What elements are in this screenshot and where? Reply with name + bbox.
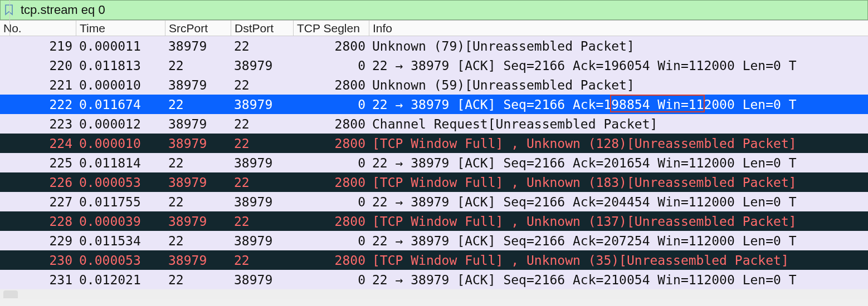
cell-time: 0.011674 [76, 97, 165, 112]
table-row[interactable]: 2220.0116742238979022 → 38979 [ACK] Seq=… [0, 95, 868, 114]
packet-list[interactable]: 2190.00001138979222800Unknown (79)[Unrea… [0, 36, 868, 289]
cell-no: 220 [0, 58, 76, 73]
cell-info: [TCP Window Full] , Unknown (183)[Unreas… [369, 175, 868, 190]
cell-dst: 22 [231, 214, 293, 229]
cell-dst: 22 [231, 39, 293, 53]
cell-time: 0.011534 [76, 234, 165, 248]
cell-info: [TCP Window Full] , Unknown (137)[Unreas… [369, 214, 868, 229]
cell-src: 22 [165, 273, 231, 287]
cell-dst: 22 [231, 175, 293, 190]
display-filter-input[interactable] [18, 2, 865, 18]
cell-src: 22 [165, 156, 231, 170]
cell-no: 227 [0, 195, 76, 209]
footer-tabs [0, 289, 868, 299]
cell-seg: 0 [293, 273, 369, 287]
cell-dst: 22 [231, 78, 293, 92]
cell-info: [TCP Window Full] , Unknown (128)[Unreas… [369, 136, 868, 151]
cell-info: Channel Request[Unreassembled Packet] [369, 117, 868, 131]
table-row[interactable]: 2230.00001238979222800Channel Request[Un… [0, 114, 868, 134]
cell-src: 22 [165, 97, 231, 112]
cell-seg: 2800 [293, 175, 369, 190]
table-row[interactable]: 2260.00005338979222800[TCP Window Full] … [0, 172, 868, 192]
cell-info: 22 → 38979 [ACK] Seq=2166 Ack=207254 Win… [369, 234, 868, 248]
cell-info: 22 → 38979 [ACK] Seq=2166 Ack=196054 Win… [369, 58, 868, 73]
cell-dst: 22 [231, 117, 293, 131]
cell-info: 22 → 38979 [ACK] Seq=2166 Ack=201654 Win… [369, 156, 868, 170]
cell-seg: 2800 [293, 214, 369, 229]
column-header-no[interactable]: No. [0, 21, 76, 36]
cell-time: 0.000010 [76, 78, 165, 92]
table-row[interactable]: 2240.00001038979222800[TCP Window Full] … [0, 134, 868, 153]
cell-no: 225 [0, 156, 76, 170]
cell-time: 0.000053 [76, 253, 165, 268]
column-header-src[interactable]: SrcPort [165, 21, 231, 36]
cell-src: 38979 [165, 78, 231, 92]
footer-tab-item[interactable] [3, 290, 18, 298]
cell-seg: 2800 [293, 78, 369, 92]
cell-no: 219 [0, 39, 76, 53]
cell-src: 38979 [165, 39, 231, 53]
table-row[interactable]: 2280.00003938979222800[TCP Window Full] … [0, 211, 868, 231]
cell-no: 226 [0, 175, 76, 190]
cell-info: Unknown (79)[Unreassembled Packet] [369, 39, 868, 53]
cell-time: 0.012021 [76, 273, 165, 287]
cell-info: Unknown (59)[Unreassembled Packet] [369, 78, 868, 92]
cell-seg: 2800 [293, 39, 369, 53]
table-row[interactable]: 2200.0118132238979022 → 38979 [ACK] Seq=… [0, 56, 868, 75]
cell-dst: 38979 [231, 58, 293, 73]
cell-src: 22 [165, 58, 231, 73]
cell-time: 0.000012 [76, 117, 165, 131]
cell-dst: 22 [231, 253, 293, 268]
cell-dst: 38979 [231, 273, 293, 287]
cell-src: 38979 [165, 214, 231, 229]
cell-src: 38979 [165, 136, 231, 151]
cell-src: 38979 [165, 175, 231, 190]
cell-seg: 0 [293, 97, 369, 112]
cell-info: [TCP Window Full] , Unknown (35)[Unreass… [369, 253, 868, 268]
cell-info: 22 → 38979 [ACK] Seq=2166 Ack=198854 Win… [369, 97, 868, 112]
cell-dst: 38979 [231, 97, 293, 112]
table-row[interactable]: 2250.0118142238979022 → 38979 [ACK] Seq=… [0, 153, 868, 172]
cell-time: 0.000039 [76, 214, 165, 229]
cell-seg: 0 [293, 234, 369, 248]
cell-no: 229 [0, 234, 76, 248]
display-filter-bar [0, 0, 868, 20]
table-row[interactable]: 2270.0117552238979022 → 38979 [ACK] Seq=… [0, 192, 868, 211]
cell-dst: 38979 [231, 156, 293, 170]
table-row[interactable]: 2290.0115342238979022 → 38979 [ACK] Seq=… [0, 231, 868, 250]
cell-time: 0.000010 [76, 136, 165, 151]
cell-no: 231 [0, 273, 76, 287]
cell-dst: 22 [231, 136, 293, 151]
cell-dst: 38979 [231, 195, 293, 209]
cell-no: 221 [0, 78, 76, 92]
cell-seg: 0 [293, 195, 369, 209]
cell-no: 228 [0, 214, 76, 229]
cell-seg: 2800 [293, 117, 369, 131]
cell-time: 0.000053 [76, 175, 165, 190]
column-header-time[interactable]: Time [76, 21, 165, 36]
table-header[interactable]: No. Time SrcPort DstPort TCP Seglen Info [0, 21, 868, 36]
cell-info: 22 → 38979 [ACK] Seq=2166 Ack=210054 Win… [369, 273, 868, 287]
cell-time: 0.000011 [76, 39, 165, 53]
column-header-dst[interactable]: DstPort [231, 21, 293, 36]
cell-seg: 2800 [293, 136, 369, 151]
cell-src: 38979 [165, 117, 231, 131]
cell-seg: 2800 [293, 253, 369, 268]
packet-table: No. Time SrcPort DstPort TCP Seglen Info… [0, 20, 868, 289]
cell-no: 222 [0, 97, 76, 112]
cell-no: 224 [0, 136, 76, 151]
cell-time: 0.011814 [76, 156, 165, 170]
cell-src: 38979 [165, 253, 231, 268]
cell-src: 22 [165, 195, 231, 209]
column-header-seg[interactable]: TCP Seglen [293, 21, 369, 36]
table-row[interactable]: 2300.00005338979222800[TCP Window Full] … [0, 250, 868, 270]
cell-info: 22 → 38979 [ACK] Seq=2166 Ack=204454 Win… [369, 195, 868, 209]
table-row[interactable]: 2310.0120212238979022 → 38979 [ACK] Seq=… [0, 270, 868, 289]
cell-seg: 0 [293, 156, 369, 170]
cell-time: 0.011813 [76, 58, 165, 73]
column-header-info[interactable]: Info [369, 21, 868, 36]
cell-time: 0.011755 [76, 195, 165, 209]
table-row[interactable]: 2210.00001038979222800Unknown (59)[Unrea… [0, 75, 868, 95]
cell-src: 22 [165, 234, 231, 248]
table-row[interactable]: 2190.00001138979222800Unknown (79)[Unrea… [0, 36, 868, 56]
